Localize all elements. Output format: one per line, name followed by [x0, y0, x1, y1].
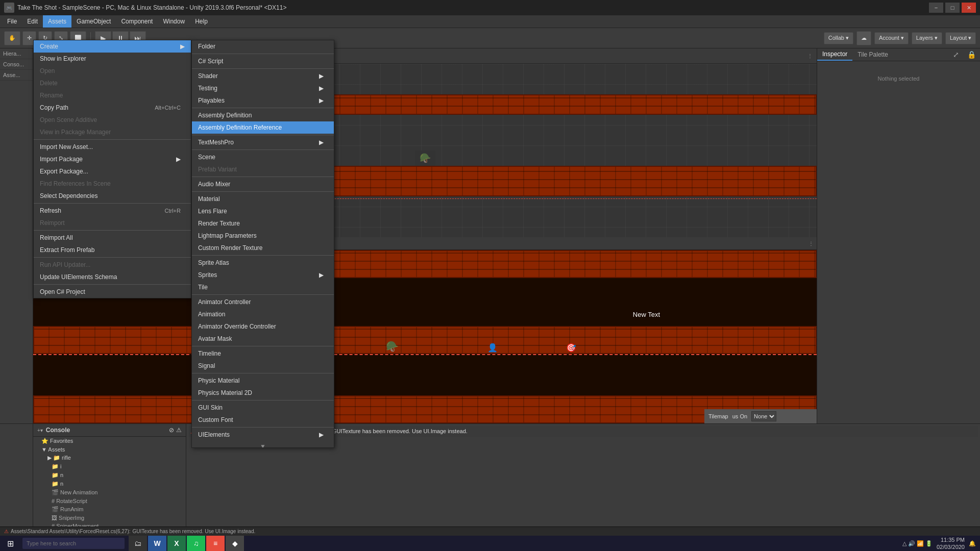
uielements-item[interactable]: UIElements ▶: [192, 429, 334, 441]
sniper-img-item[interactable]: 🖼 SniperImg: [33, 514, 186, 522]
menu-assets[interactable]: Assets: [43, 15, 71, 28]
assets-tab-left[interactable]: Asse...: [0, 70, 33, 81]
hierarchy-tab[interactable]: Hiera...: [0, 48, 33, 59]
animation-item[interactable]: Animation: [192, 308, 334, 320]
physic-material-item[interactable]: Physic Material: [192, 374, 334, 387]
collab-dropdown[interactable]: Collab ▾: [824, 32, 853, 44]
animator-override-item[interactable]: Animator Override Controller: [192, 320, 334, 333]
console-clear-btn[interactable]: ⊘: [169, 427, 174, 434]
menu-help[interactable]: Help: [190, 15, 213, 28]
update-uielements-item[interactable]: Update UIElements Schema: [34, 271, 191, 283]
create-menu-item[interactable]: Create ▶: [34, 40, 191, 53]
testing-item[interactable]: Testing ▶: [192, 82, 334, 94]
timeline-item[interactable]: Timeline: [192, 347, 334, 360]
console-error-filter[interactable]: ⚠: [176, 427, 182, 434]
menu-edit[interactable]: Edit: [22, 15, 43, 28]
lock-icon[interactable]: 🔒: [963, 51, 980, 59]
cloud-button[interactable]: ☁: [856, 31, 871, 45]
material-item[interactable]: Material: [192, 193, 334, 205]
rename-item: Rename: [34, 89, 191, 102]
tile-palette-tab[interactable]: Tile Palette: [852, 48, 893, 61]
custom-render-texture-item[interactable]: Custom Render Texture: [192, 242, 334, 254]
find-references-item: Find References In Scene: [34, 178, 191, 190]
taskbar-word[interactable]: W: [148, 536, 166, 551]
assembly-definition-item[interactable]: Assembly Definition: [192, 109, 334, 121]
lightmap-parameters-item[interactable]: Lightmap Parameters: [192, 230, 334, 242]
close-button[interactable]: ✕: [962, 3, 976, 13]
playables-item[interactable]: Playables ▶: [192, 94, 334, 107]
taskbar-search-input[interactable]: [22, 538, 125, 549]
console-add-btn[interactable]: +▾: [37, 428, 43, 433]
create-sep-8: [192, 255, 334, 256]
rifle-folder[interactable]: ▶ 📁 rifle: [33, 454, 186, 462]
new-animation-item[interactable]: 🎬 New Animation: [33, 488, 186, 497]
avatar-mask-item[interactable]: Avatar Mask: [192, 333, 334, 345]
animator-controller-item[interactable]: Animator Controller: [192, 296, 334, 308]
menu-window[interactable]: Window: [158, 15, 190, 28]
maximize-button[interactable]: □: [945, 3, 960, 13]
hand-tool-button[interactable]: ✋: [4, 31, 20, 45]
menu-gameobject[interactable]: GameObject: [71, 15, 116, 28]
gui-skin-item[interactable]: GUI Skin: [192, 402, 334, 414]
select-dependencies-item[interactable]: Select Dependencies: [34, 190, 191, 202]
menu-file[interactable]: File: [2, 15, 22, 28]
rotate-script-item[interactable]: # RotateScript: [33, 497, 186, 505]
run-anim-item[interactable]: 🎬 RunAnim: [33, 505, 186, 514]
sniper-movement-item[interactable]: # SniperMovement: [33, 522, 186, 527]
menu-component[interactable]: Component: [116, 15, 158, 28]
notification-btn[interactable]: 🔔: [969, 540, 976, 547]
export-package-item[interactable]: Export Package...: [34, 165, 191, 178]
csharp-script-item[interactable]: C# Script: [192, 55, 334, 67]
reimport-all-item[interactable]: Reimport All: [34, 232, 191, 244]
assembly-definition-reference-item[interactable]: Assembly Definition Reference: [192, 121, 334, 134]
folder-item[interactable]: Folder: [192, 40, 334, 53]
layout-label: Layout ▾: [950, 35, 971, 41]
taskbar-excel[interactable]: X: [167, 536, 186, 551]
tilemap-none-select[interactable]: None: [751, 411, 776, 421]
shader-item[interactable]: Shader ▶: [192, 70, 334, 82]
layout-dropdown[interactable]: Layout ▾: [945, 32, 976, 44]
open-csharp-project-item[interactable]: Open C# Project: [34, 286, 191, 298]
game-view-more[interactable]: ⋮: [805, 241, 817, 246]
create-sep-5: [192, 149, 334, 150]
copy-path-item[interactable]: Copy Path Alt+Ctrl+C: [34, 102, 191, 114]
signal-item[interactable]: Signal: [192, 360, 334, 372]
taskbar-spotify[interactable]: ♫: [187, 536, 205, 551]
taskbar-file-explorer[interactable]: 🗂: [129, 536, 147, 551]
asset-n2[interactable]: 📁 n: [33, 480, 186, 488]
tile-item[interactable]: Tile: [192, 281, 334, 293]
favorites-item[interactable]: ⭐ Favorites: [33, 437, 186, 445]
more-arrow[interactable]: ▼: [192, 441, 334, 448]
expand-icon[interactable]: ⤢: [949, 51, 963, 59]
asset-i[interactable]: 📁 i: [33, 462, 186, 471]
import-new-asset-item[interactable]: Import New Asset...: [34, 141, 191, 153]
taskbar-clock[interactable]: 11:35 PM 02/03/2020: [937, 536, 965, 551]
extract-from-prefab-item[interactable]: Extract From Prefab: [34, 244, 191, 256]
scene-item[interactable]: Scene: [192, 151, 334, 163]
physics-material-2d-item[interactable]: Physics Material 2D: [192, 387, 334, 399]
render-texture-item[interactable]: Render Texture: [192, 217, 334, 230]
show-in-explorer-item[interactable]: Show in Explorer: [34, 53, 191, 65]
tilemap-label: Tilemap: [708, 413, 728, 419]
taskbar-app1[interactable]: ≡: [206, 536, 225, 551]
start-button[interactable]: ⊞: [0, 536, 20, 551]
assets-panel: +▾ Console ⊘ ⚠ ⭐ Favorites ▼ Assets ▶ 📁 …: [33, 424, 186, 536]
asset-n[interactable]: 📁 n: [33, 471, 186, 480]
refresh-item[interactable]: Refresh Ctrl+R: [34, 205, 191, 217]
textmeshpro-item[interactable]: TextMeshPro ▶: [192, 136, 334, 148]
console-panel-title: Console: [46, 427, 70, 434]
layers-dropdown[interactable]: Layers ▾: [912, 32, 942, 44]
minimize-button[interactable]: −: [929, 3, 943, 13]
import-package-item[interactable]: Import Package ▶: [34, 153, 191, 165]
account-dropdown[interactable]: Account ▾: [874, 32, 909, 44]
audio-mixer-item[interactable]: Audio Mixer: [192, 178, 334, 190]
lens-flare-item[interactable]: Lens Flare: [192, 205, 334, 217]
console-tab[interactable]: Conso...: [0, 59, 33, 70]
taskbar-unity[interactable]: ◆: [226, 536, 244, 551]
inspector-tab[interactable]: Inspector: [817, 48, 852, 61]
custom-font-item[interactable]: Custom Font: [192, 414, 334, 426]
sprites-item[interactable]: Sprites ▶: [192, 269, 334, 281]
separator-4: [34, 257, 191, 258]
assets-root-item[interactable]: ▼ Assets: [33, 445, 186, 454]
sprite-atlas-item[interactable]: Sprite Atlas: [192, 257, 334, 269]
